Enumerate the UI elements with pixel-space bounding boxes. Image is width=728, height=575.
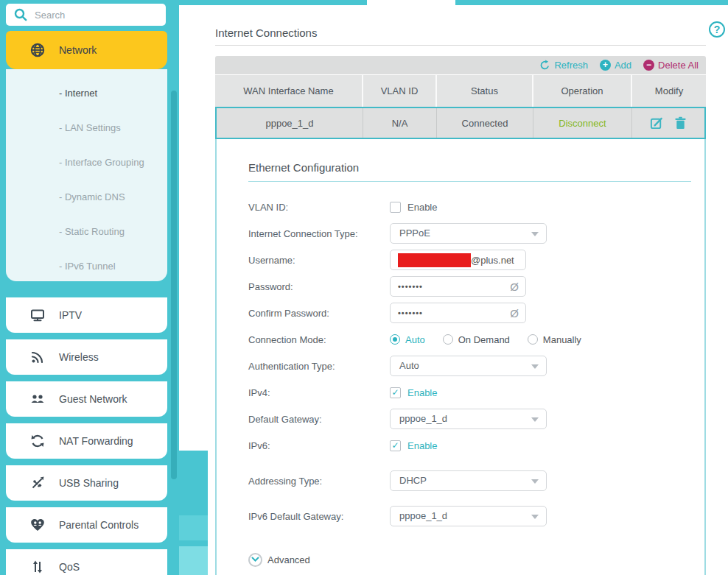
ipv6-enable-checkbox[interactable]: ✓: [390, 440, 401, 451]
people-icon: [29, 391, 46, 407]
form-row-password: Password: ••••••• Ø: [248, 276, 691, 297]
radio-manually[interactable]: Manually: [528, 334, 581, 345]
confirm-password-field[interactable]: ••••••• Ø: [390, 303, 526, 323]
username-label: Username:: [248, 255, 390, 266]
auth-type-label: Authentication Type:: [248, 361, 390, 372]
sidebar-item-label: USB Sharing: [59, 477, 119, 489]
title-divider: [215, 45, 706, 46]
sidebar-item-usb-sharing[interactable]: USB Sharing: [6, 465, 167, 501]
sidebar-item-guest-network[interactable]: Guest Network: [6, 381, 167, 417]
ipv4-enable-label: Enable: [407, 387, 437, 398]
password-field[interactable]: ••••••• Ø: [390, 276, 526, 297]
delete-all-button[interactable]: − Delete All: [643, 60, 699, 71]
search-placeholder: Search: [35, 10, 65, 21]
heart-icon: [29, 517, 46, 533]
sidebar-item-wireless[interactable]: Wireless: [6, 339, 167, 375]
submenu-item-static-routing[interactable]: - Static Routing: [59, 222, 125, 242]
ethernet-configuration-panel: Ethernet Configuration VLAN ID: ✓ Enable…: [215, 139, 706, 575]
sidebar-scrollbar[interactable]: [171, 91, 177, 479]
form-row-connection-mode: Connection Mode: Auto On Demand Manua: [248, 329, 691, 350]
top-strip-right: [455, 0, 728, 5]
column-header-status: Status: [437, 75, 533, 107]
page-title: Internet Connections: [215, 27, 317, 39]
auth-type-select[interactable]: Auto: [390, 356, 547, 376]
search-input[interactable]: Search: [6, 4, 166, 26]
form-row-username: Username: @plus.net: [248, 250, 691, 270]
sidebar-item-label: Wireless: [59, 351, 99, 363]
chevron-down-icon: [531, 479, 539, 484]
form-row-addressing-type: Addressing Type: DHCP: [248, 470, 691, 491]
up-down-arrows-icon: [29, 559, 46, 575]
add-button[interactable]: + Add: [600, 60, 631, 71]
sidebar-item-network[interactable]: Network: [6, 31, 167, 69]
eye-slash-icon[interactable]: Ø: [510, 281, 519, 292]
ipv6-enable-label: Enable: [407, 440, 437, 451]
refresh-button[interactable]: Refresh: [539, 60, 588, 71]
submenu-item-internet[interactable]: - Internet: [59, 83, 97, 104]
chevron-down-icon: [531, 417, 539, 422]
sidebar-item-label: Parental Controls: [59, 519, 139, 531]
plus-icon: +: [600, 60, 611, 71]
sidebar-item-iptv[interactable]: IPTV: [6, 297, 167, 333]
column-header-vlan: VLAN ID: [363, 75, 437, 107]
ipv6-default-gateway-label: IPv6 Default Gateway:: [248, 511, 390, 522]
submenu-item-ipv6-tunnel[interactable]: - IPv6 Tunnel: [59, 256, 116, 277]
cell-vlan-id: N/A: [363, 108, 437, 138]
submenu-item-lan-settings[interactable]: - LAN Settings: [59, 118, 121, 138]
router-admin-page: Search Network - Internet - LAN Settings…: [0, 0, 728, 575]
ipv4-enable-checkbox[interactable]: ✓: [390, 387, 401, 398]
disconnect-link[interactable]: Disconnect: [533, 108, 632, 138]
form-row-default-gateway: Default Gateway: pppoe_1_d: [248, 409, 691, 429]
trash-icon[interactable]: [674, 116, 687, 130]
wifi-icon: [29, 349, 46, 365]
cell-status: Connected: [437, 108, 533, 138]
chevron-down-circle-icon: [248, 553, 262, 567]
connection-type-label: Internet Connection Type:: [248, 228, 390, 239]
network-submenu: - Internet - LAN Settings - Interface Gr…: [6, 69, 167, 281]
default-gateway-select[interactable]: pppoe_1_d: [390, 409, 547, 429]
eye-slash-icon[interactable]: Ø: [510, 308, 519, 319]
username-field[interactable]: @plus.net: [390, 250, 526, 270]
vlan-enable-label: Enable: [407, 202, 437, 213]
advanced-toggle[interactable]: Advanced: [248, 549, 691, 570]
submenu-item-dynamic-dns[interactable]: - Dynamic DNS: [59, 187, 125, 208]
ipv6-default-gateway-select[interactable]: pppoe_1_d: [390, 506, 547, 526]
section-title: Ethernet Configuration: [248, 161, 359, 174]
search-icon: [13, 7, 28, 23]
ipv6-label: IPv6:: [248, 440, 390, 451]
chevron-down-icon: [531, 232, 539, 236]
circular-arrows-icon: [29, 433, 46, 449]
radio-button-icon: [528, 334, 538, 345]
radio-on-demand[interactable]: On Demand: [443, 334, 510, 345]
radio-auto[interactable]: Auto: [390, 334, 425, 345]
connection-type-select[interactable]: PPPoE: [390, 223, 547, 244]
sidebar-item-label: NAT Forwarding: [59, 435, 133, 447]
masked-confirm-password: •••••••: [398, 308, 423, 317]
sidebar-item-nat-forwarding[interactable]: NAT Forwarding: [6, 423, 167, 459]
default-gateway-label: Default Gateway:: [248, 414, 390, 425]
chevron-down-icon: [531, 364, 539, 369]
username-domain: @plus.net: [471, 255, 514, 266]
cell-wan-interface: pppoe_1_d: [217, 108, 363, 138]
addressing-type-select[interactable]: DHCP: [390, 470, 547, 491]
section-divider: [248, 181, 691, 182]
addressing-type-label: Addressing Type:: [248, 476, 390, 487]
globe-icon: [29, 42, 46, 58]
form-row-ipv4: IPv4: ✓ Enable: [248, 382, 691, 403]
ipv4-label: IPv4:: [248, 387, 390, 398]
redacted-username: [398, 253, 471, 267]
vlan-enable-checkbox[interactable]: ✓: [390, 202, 401, 213]
form-row-vlan: VLAN ID: ✓ Enable: [248, 197, 691, 217]
sidebar-item-qos[interactable]: QoS: [6, 549, 167, 575]
sidebar-item-label: QoS: [59, 561, 80, 573]
column-header-modify: Modify: [632, 75, 706, 107]
sidebar-item-parental-controls[interactable]: Parental Controls: [6, 507, 167, 543]
form-row-ipv6: IPv6: ✓ Enable: [248, 435, 691, 456]
cell-modify: [632, 108, 704, 138]
edit-icon[interactable]: [650, 116, 664, 130]
form-row-auth-type: Authentication Type: Auto: [248, 356, 691, 376]
connection-mode-radio-group: Auto On Demand Manually: [390, 334, 599, 345]
submenu-item-interface-grouping[interactable]: - Interface Grouping: [59, 152, 144, 173]
table-row[interactable]: pppoe_1_d N/A Connected Disconnect: [215, 107, 706, 139]
help-icon[interactable]: ?: [709, 21, 725, 38]
